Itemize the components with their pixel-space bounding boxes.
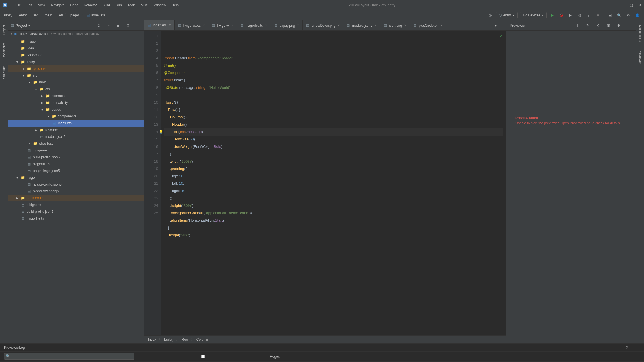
tree-item[interactable]: ▸📁entryability bbox=[8, 99, 144, 106]
leftbar-project[interactable]: Project bbox=[2, 23, 6, 37]
regex-checkbox-input[interactable] bbox=[138, 355, 268, 358]
line-number[interactable]: 6 bbox=[144, 69, 158, 77]
tree-item[interactable]: ▸📁resources bbox=[8, 127, 144, 133]
code-line[interactable]: @Component bbox=[164, 69, 503, 77]
leftbar-bookmarks[interactable]: Bookmarks bbox=[2, 40, 6, 60]
tree-item[interactable]: 📁.hvigor bbox=[8, 38, 144, 45]
tree-item[interactable]: ▸📁common bbox=[8, 92, 144, 99]
tree-item[interactable]: ▤hvigorfile.ts bbox=[8, 215, 144, 222]
gear-icon[interactable]: ⚙ bbox=[625, 12, 632, 19]
hide-icon[interactable]: ─ bbox=[633, 344, 640, 351]
menu-refactor[interactable]: Refactor bbox=[81, 2, 99, 8]
intention-bulb-icon[interactable]: 💡 bbox=[159, 128, 163, 136]
debug-button[interactable]: 🐞 bbox=[558, 12, 565, 19]
breadcrumb-item[interactable]: src bbox=[33, 13, 38, 17]
code-line[interactable]: .width('100%') bbox=[164, 158, 503, 165]
close-icon[interactable]: × bbox=[169, 23, 171, 27]
chevron-icon[interactable]: ▸ bbox=[23, 67, 27, 71]
tree-item[interactable]: ▾📁hvigor bbox=[8, 174, 144, 181]
multi-device-icon[interactable]: ▣ bbox=[605, 22, 612, 29]
run-button[interactable]: ▶ bbox=[549, 12, 556, 19]
line-number[interactable]: 2 bbox=[144, 40, 158, 47]
chevron-icon[interactable]: ▾ bbox=[16, 176, 20, 180]
breadcrumb-item[interactable]: Index.ets bbox=[91, 13, 105, 17]
breadcrumb-item[interactable]: ets bbox=[59, 13, 63, 17]
code-line[interactable]: Header() bbox=[164, 121, 503, 128]
menu-view[interactable]: View bbox=[35, 2, 48, 8]
line-number[interactable]: 13 bbox=[144, 121, 158, 128]
chevron-icon[interactable]: ▸ bbox=[16, 196, 20, 200]
coverage-button[interactable]: ▶ bbox=[567, 12, 574, 19]
tree-item[interactable]: ▾📁ets bbox=[8, 86, 144, 92]
code-area[interactable]: ✓ import Header from './components/Heade… bbox=[161, 31, 506, 335]
tree-item[interactable]: ▸📁ohosTest bbox=[8, 140, 144, 147]
rotate-icon[interactable]: ⟲ bbox=[595, 22, 601, 29]
log-search-input[interactable] bbox=[4, 353, 134, 360]
line-number[interactable]: 16 bbox=[144, 143, 158, 150]
menu-edit[interactable]: Edit bbox=[24, 2, 35, 8]
close-icon[interactable]: × bbox=[231, 24, 233, 28]
select-opened-icon[interactable]: ⊙ bbox=[96, 22, 102, 29]
code-line[interactable]: build() { bbox=[164, 99, 503, 106]
line-number[interactable]: 10 bbox=[144, 99, 158, 106]
tree-item[interactable]: ▤hvigor-config.json5 bbox=[8, 181, 144, 188]
editor-crumb[interactable]: Row bbox=[182, 338, 188, 342]
chevron-icon[interactable]: ▾ bbox=[16, 60, 20, 64]
attach-button[interactable]: ⋮ bbox=[585, 12, 592, 19]
code-line[interactable]: .backgroundColor($r("app.color.ali_theme… bbox=[164, 209, 503, 217]
code-line[interactable]: .height("30%") bbox=[164, 202, 503, 209]
code-line[interactable]: }) bbox=[164, 195, 503, 202]
editor-tab[interactable]: ▤hvigorw× bbox=[208, 20, 237, 30]
tree-item[interactable]: ▾📁pages bbox=[8, 106, 144, 113]
editor-crumb[interactable]: build() bbox=[164, 338, 173, 342]
editor-tab[interactable]: ▤alipay.png× bbox=[271, 20, 303, 30]
line-number[interactable]: 15 bbox=[144, 136, 158, 143]
menu-file[interactable]: File bbox=[12, 2, 24, 8]
line-number[interactable]: 7 bbox=[144, 77, 158, 84]
tree-item[interactable]: ▤Index.ets bbox=[8, 120, 144, 127]
tree-item[interactable]: ▾📁src bbox=[8, 72, 144, 79]
tree-item[interactable]: ▸📁components bbox=[8, 113, 144, 120]
chevron-down-icon[interactable]: ▾ bbox=[28, 24, 30, 28]
tree-item[interactable]: ▾📁main bbox=[8, 79, 144, 86]
hide-icon[interactable]: ─ bbox=[625, 22, 632, 29]
close-icon[interactable]: × bbox=[265, 24, 267, 28]
tree-item[interactable]: ▤.gitignore bbox=[8, 201, 144, 208]
editor-tab[interactable]: ▤arrowDown.png× bbox=[303, 20, 343, 30]
breadcrumb-item[interactable]: entry bbox=[19, 13, 27, 17]
chevron-icon[interactable]: ▸ bbox=[41, 94, 45, 98]
collapse-all-icon[interactable]: ≣ bbox=[115, 22, 122, 29]
chevron-icon[interactable]: ▸ bbox=[41, 101, 45, 105]
chevron-icon[interactable]: ▾ bbox=[35, 87, 39, 91]
minimize-button[interactable]: ─ bbox=[621, 3, 625, 7]
user-icon[interactable]: 👤 bbox=[634, 12, 641, 19]
entry-combo[interactable]: ⬡entry▾ bbox=[496, 12, 518, 18]
code-line[interactable]: .alignItems(HorizontalAlign.Start) bbox=[164, 217, 503, 224]
rightbar-notifications[interactable]: Notifications bbox=[639, 23, 642, 44]
line-number[interactable]: 8 bbox=[144, 84, 158, 91]
line-number[interactable]: 17 bbox=[144, 150, 158, 158]
line-number[interactable]: 25 bbox=[144, 209, 158, 217]
tree-item[interactable]: ▤build-profile.json5 bbox=[8, 208, 144, 215]
code-line[interactable]: Column() { bbox=[164, 113, 503, 121]
chevron-icon[interactable]: ▸ bbox=[48, 114, 52, 118]
breadcrumb-item[interactable]: alipay bbox=[3, 13, 12, 17]
editor-crumb[interactable]: Column bbox=[196, 338, 208, 342]
code-line[interactable]: } bbox=[164, 224, 503, 231]
tree-item[interactable]: ▸📁oh_modules bbox=[8, 195, 144, 201]
code-line[interactable]: } bbox=[164, 150, 503, 158]
menu-code[interactable]: Code bbox=[67, 2, 81, 8]
close-button[interactable]: ✕ bbox=[638, 3, 642, 7]
chevron-icon[interactable]: ▾ bbox=[41, 108, 45, 111]
project-tree[interactable]: 📁.hvigor📁.idea📁AppScope▾📁entry▸📁.preview… bbox=[8, 37, 144, 343]
project-root[interactable]: ▾ ▣ alipay [AliPayLayout] D:\workspace\h… bbox=[8, 31, 144, 37]
line-number[interactable]: 23 bbox=[144, 195, 158, 202]
tree-item[interactable]: 📁.idea bbox=[8, 45, 144, 52]
chevron-icon[interactable]: ▸ bbox=[35, 128, 39, 132]
editor-tab[interactable]: ▤hvigorfile.ts× bbox=[237, 20, 271, 30]
close-icon[interactable]: × bbox=[375, 24, 377, 28]
line-number[interactable]: 12 bbox=[144, 113, 158, 121]
chevron-icon[interactable]: ▸ bbox=[29, 142, 33, 146]
line-number[interactable]: 20 bbox=[144, 172, 158, 180]
tree-item[interactable]: ▤build-profile.json5 bbox=[8, 154, 144, 161]
